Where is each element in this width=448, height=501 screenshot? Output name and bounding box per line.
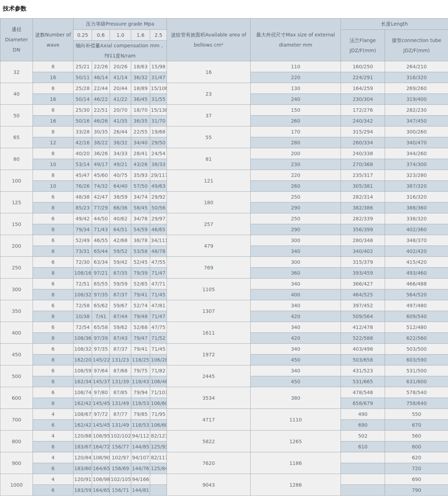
tube-length-cell: 344/260: [385, 148, 448, 159]
axial-compensation-cell-p0: 53/14: [74, 159, 92, 170]
wave-count-cell: 4: [33, 474, 74, 485]
tube-length-cell: 319/400: [385, 94, 448, 105]
tube-length-cell: 316/320: [385, 72, 448, 83]
diameter-cell: 300: [0, 279, 33, 300]
axial-compensation-cell-p1: 71/43: [92, 224, 110, 235]
axial-compensation-cell-p3: 79/94: [131, 387, 150, 398]
axial-compensation-cell-p2: 87/77: [110, 409, 131, 420]
bellows-area-cell: 1972: [167, 344, 251, 365]
max-size-cell: 380: [251, 387, 341, 409]
axial-compensation-cell-p4: 29/97: [150, 213, 167, 224]
axial-compensation-cell-p2: 26/44: [110, 126, 131, 137]
axial-compensation-cell-p3: 43/26: [131, 159, 150, 170]
header-flange-label: 法兰Flange: [342, 35, 384, 46]
table-row-dn450-wave6: 4506108/3297/3587/3779/4171/451972340403…: [0, 344, 448, 355]
axial-compensation-cell-p1: 65/44: [92, 246, 110, 257]
axial-compensation-cell-p2: 87/37: [110, 289, 131, 300]
tube-length-cell: 338/320: [385, 213, 448, 224]
max-size-cell: 250: [251, 213, 341, 224]
max-size-cell: 250: [251, 192, 341, 203]
axial-compensation-cell-p1: 44/50: [92, 213, 110, 224]
axial-compensation-cell-p4: 31/47: [150, 72, 167, 83]
axial-compensation-cell-p3: 52/74: [131, 300, 150, 311]
axial-compensation-cell-p3: 36/32: [131, 72, 150, 83]
wave-count-cell: 4: [33, 452, 74, 463]
table-row-dn200-wave6: 200652/4946/5542/6838/7834/111479300280/…: [0, 235, 448, 246]
max-size-cell: 340: [251, 279, 341, 289]
axial-compensation-cell-p1: 97/39: [92, 333, 110, 344]
axial-compensation-cell-p2: 156/71: [110, 485, 131, 496]
tube-length-cell: 560: [385, 431, 448, 441]
max-size-cell: 420: [251, 333, 341, 344]
axial-compensation-cell-p1: 46/26: [92, 116, 110, 126]
axial-compensation-cell-p1: 38/22: [92, 137, 110, 148]
axial-compensation-cell-p1: 97/35: [92, 344, 110, 355]
bellows-area-cell: 81: [167, 148, 251, 170]
bellows-area-cell: 479: [167, 235, 251, 257]
table-row-dn50-wave8: 50825/3022/5120/7018/7015/13837150172/27…: [0, 105, 448, 116]
axial-compensation-cell-p1: 108/90: [92, 452, 110, 463]
axial-compensation-cell-p0: 50/11: [74, 72, 92, 83]
table-row-dn80-wave8: 80840/2036/2634/3328/4124/5481200240/338…: [0, 148, 448, 159]
bellows-area-cell: 37: [167, 105, 251, 126]
axial-compensation-cell-p4: 29/117: [150, 170, 167, 181]
axial-compensation-cell-p1: 97/72: [92, 409, 110, 420]
axial-compensation-cell-p3: 38/78: [131, 235, 150, 246]
tube-length-cell: 690: [385, 474, 448, 485]
flange-length-cell: 690: [341, 420, 385, 431]
tube-length-cell: 670: [385, 420, 448, 431]
flange-length-cell: 478/548: [341, 387, 385, 398]
axial-compensation-cell-p4: [150, 474, 167, 485]
axial-compensation-cell-p3: 79/39: [131, 268, 150, 279]
bellows-area-cell: 1611: [167, 322, 251, 344]
axial-compensation-cell-p2: 156/77: [110, 441, 131, 452]
page-title: 技术参数: [0, 0, 448, 18]
header-bellows-area: 波纹管有效面积Available area of bellows cm²: [167, 19, 251, 61]
diameter-cell: 80: [0, 148, 33, 170]
tube-length-cell: 790: [385, 485, 448, 496]
flange-length-cell: 397/452: [341, 300, 385, 311]
tube-length-cell: 503/500: [385, 344, 448, 355]
diameter-cell: 32: [0, 61, 33, 83]
flange-length-cell: 305/381: [341, 181, 385, 192]
axial-compensation-cell-p3: 28/41: [131, 148, 150, 159]
header-length: 长度Length: [341, 19, 448, 30]
tube-length-cell: 600: [385, 441, 448, 452]
axial-compensation-cell-p2: 42/68: [110, 235, 131, 246]
axial-compensation-cell-p4: [150, 485, 167, 496]
wave-count-cell: 6: [33, 279, 74, 289]
header-row-1: 通径Diameter DN 波数Number of wave 压力等级Press…: [0, 19, 448, 30]
axial-compensation-cell-p0: 52/49: [74, 235, 92, 246]
tube-length-cell: 720: [385, 463, 448, 474]
diameter-cell: 1000: [0, 474, 33, 496]
axial-compensation-cell-p1: 7/41: [92, 311, 110, 322]
axial-compensation-cell-p3: 144/76: [131, 463, 150, 474]
axial-compensation-cell-p2: 131/49: [110, 420, 131, 431]
wave-count-cell: 6: [33, 235, 74, 246]
axial-compensation-cell-p0: 162/20: [74, 355, 92, 365]
tube-length-cell: 348/370: [385, 235, 448, 246]
axial-compensation-cell-p3: 118/53: [131, 420, 150, 431]
diameter-cell: 125: [0, 192, 33, 213]
header-pressure-0.25: 0.25: [74, 30, 92, 41]
max-size-cell: 240: [251, 94, 341, 105]
wave-count-cell: 10: [33, 159, 74, 170]
wave-count-cell: 6: [33, 365, 74, 376]
axial-compensation-cell-p1: 145/45: [92, 398, 110, 409]
flange-length-cell: 403/498: [341, 344, 385, 355]
axial-compensation-cell-p3: 118/53: [131, 398, 150, 409]
axial-compensation-cell-p0: 162/34: [74, 376, 92, 387]
axial-compensation-cell-p4: 106/60: [150, 398, 167, 409]
axial-compensation-cell-p0: 72/58: [74, 300, 92, 311]
table-row-dn250-wave6: 250672/3063/3459/4252/4547/55769300315/3…: [0, 257, 448, 268]
axial-compensation-cell-p4: 71/82: [150, 365, 167, 376]
max-size-cell: 300: [251, 257, 341, 268]
header-pressure-grade: 压力等级Pressure grade Mpa: [74, 19, 167, 30]
max-size-cell: 1265: [251, 431, 341, 452]
axial-compensation-cell-p4: 71/45: [150, 344, 167, 355]
axial-compensation-cell-p4: 71/52: [150, 333, 167, 344]
axial-compensation-cell-p2: 59/67: [110, 300, 131, 311]
flange-length-cell: 382/386: [341, 203, 385, 213]
axial-compensation-cell-p1: 97/35: [92, 289, 110, 300]
axial-compensation-cell-p2: 87/37: [110, 344, 131, 355]
